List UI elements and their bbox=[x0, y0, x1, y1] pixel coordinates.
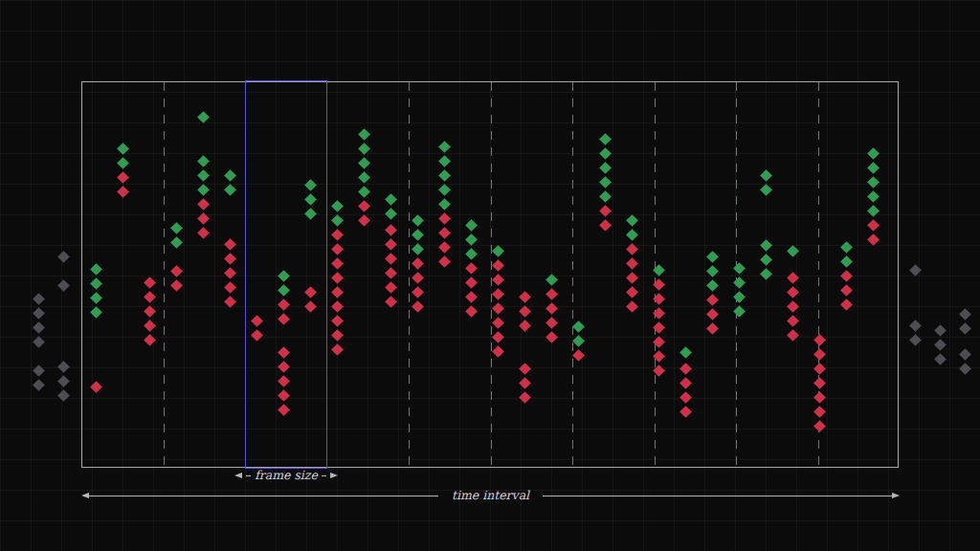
arrow-shaft-right bbox=[322, 475, 326, 476]
data-point bbox=[57, 279, 70, 292]
arrow-shaft-left bbox=[89, 496, 438, 496]
time-interval-annotation: time interval bbox=[81, 488, 900, 503]
data-point bbox=[909, 320, 922, 332]
data-point bbox=[57, 375, 70, 387]
data-point bbox=[57, 389, 70, 402]
scene: frame size time interval bbox=[0, 0, 980, 551]
data-point bbox=[33, 379, 45, 391]
data-point bbox=[57, 251, 70, 263]
data-point bbox=[33, 293, 45, 305]
data-point bbox=[934, 324, 947, 337]
data-point bbox=[959, 363, 971, 375]
data-point bbox=[959, 348, 971, 361]
data-point bbox=[909, 334, 922, 346]
section-divider-dashed-line bbox=[736, 82, 737, 467]
data-point bbox=[33, 364, 45, 377]
section-divider-dashed-line bbox=[655, 82, 656, 467]
frame-size-annotation: frame size bbox=[234, 468, 338, 483]
time-interval-label: time interval bbox=[452, 490, 529, 502]
data-point bbox=[33, 307, 45, 320]
data-point bbox=[934, 339, 947, 351]
frame-size-label: frame size bbox=[255, 470, 318, 482]
arrow-left-icon bbox=[81, 493, 89, 498]
arrow-right-icon bbox=[892, 493, 900, 498]
arrow-shaft-right bbox=[543, 496, 892, 496]
arrow-left-icon bbox=[234, 473, 242, 478]
data-point bbox=[33, 336, 45, 348]
data-point bbox=[57, 361, 70, 373]
data-point bbox=[959, 308, 971, 320]
data-point bbox=[33, 321, 45, 334]
data-point bbox=[909, 264, 922, 276]
data-point bbox=[959, 322, 971, 335]
arrow-shaft-left bbox=[246, 475, 251, 476]
section-divider-dashed-line bbox=[572, 82, 573, 467]
section-divider-dashed-line bbox=[409, 82, 410, 467]
section-divider-dashed-line bbox=[491, 82, 492, 467]
data-point bbox=[934, 353, 947, 365]
arrow-right-icon bbox=[330, 473, 338, 478]
section-divider-dashed-line bbox=[164, 82, 165, 467]
